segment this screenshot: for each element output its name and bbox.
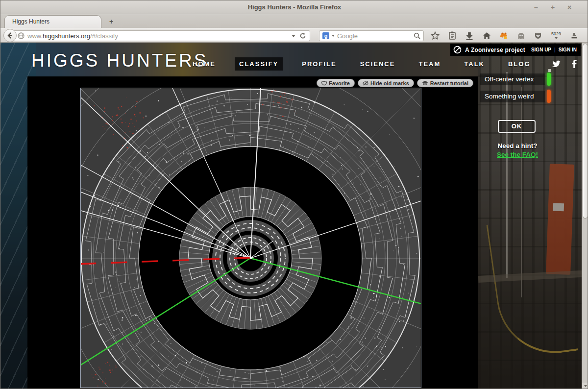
home-icon[interactable] [481,30,492,41]
search-icon[interactable] [414,32,420,39]
back-arrow-icon [6,32,14,39]
tool-something-weird[interactable]: Something weird [480,90,551,103]
page-scrollbar[interactable] [582,43,588,389]
classifier-panel: Favorite Hide old marks Restart tutorial [27,76,478,389]
nav-home[interactable]: HOME [188,57,220,71]
scrollbar-down-button[interactable] [582,383,588,389]
tool-something-weird-label: Something weird [480,91,545,102]
globe-icon [18,32,24,39]
url-prefix: www. [27,32,43,40]
window-title: Higgs Hunters - Mozilla Firefox [0,3,588,11]
nav-profile[interactable]: PROFILE [297,57,341,71]
url-bar[interactable]: www.higgshunters.org/#/classify [10,30,310,41]
downloads-icon[interactable] [464,30,475,41]
navigation-toolbar: www.higgshunters.org/#/classify g Google [0,28,588,43]
faq-link[interactable]: See the FAQ! [497,151,538,158]
nav-classify[interactable]: CLASSIFY [235,57,283,71]
url-path: /#/classify [90,32,118,40]
restart-tutorial-label: Restart tutorial [430,80,468,86]
hide-old-marks-label: Hide old marks [370,80,409,86]
search-engine-icon: g [322,32,329,39]
vertex-dot [250,257,252,259]
bookmark-star-icon[interactable] [430,30,441,41]
url-domain: higgshunters.org [43,32,90,40]
site-logo[interactable]: HIGGS HUNTERS [31,50,208,71]
hide-old-marks-button[interactable]: Hide old marks [358,79,414,87]
ghostery-icon[interactable] [515,30,526,41]
session-counter-value: 5029 [551,31,561,36]
extension-fox-icon[interactable] [498,30,509,41]
search-bar[interactable]: g Google [319,30,424,41]
reload-icon[interactable] [299,32,306,39]
event-display[interactable] [80,88,421,388]
zooniverse-logo-icon [453,46,462,54]
tab-higgs-hunters[interactable]: Higgs Hunters [4,15,101,28]
close-button[interactable]: × [565,3,574,12]
minimize-button[interactable]: – [532,3,540,12]
window-titlebar: Higgs Hunters - Mozilla Firefox – + × [0,0,588,14]
eye-slash-icon [363,81,368,86]
tool-off-center-vertex-slider[interactable] [547,73,551,86]
screenshot-root: { "window": { "title": "Higgs Hunters - … [0,0,588,389]
search-engine-dropdown-icon[interactable] [332,35,335,37]
slider-tick [548,69,551,72]
classifier-actions: Favorite Hide old marks Restart tutorial [317,79,473,87]
restart-tutorial-button[interactable]: Restart tutorial [417,79,473,87]
nav-science[interactable]: SCIENCE [356,57,400,71]
scrollbar-down-icon [584,385,587,387]
marking-tools: Off-center vertex Something weird OK Nee… [478,43,582,389]
new-tab-button[interactable]: + [105,17,117,26]
tool-off-center-vertex-label: Off-center vertex [480,73,545,85]
back-button[interactable] [3,29,17,42]
page-viewport: A Zooniverse project SIGN UP | SIGN IN H… [0,43,588,389]
session-counter-dropdown-icon [555,37,558,39]
bookmarks-menu-icon[interactable] [447,30,458,41]
tab-bar: Higgs Hunters + [0,14,588,28]
menu-hamburger-icon[interactable] [586,30,588,41]
favorite-button[interactable]: Favorite [317,79,355,87]
nav-team[interactable]: TEAM [414,57,445,71]
hint-question: Need a hint? [478,142,557,149]
detector-event-svg [81,88,421,388]
session-counter-badge[interactable]: 5029 [550,32,563,40]
favorite-label: Favorite [329,80,350,86]
tool-something-weird-slider[interactable] [547,90,551,103]
urlbar-dropdown-icon[interactable] [292,35,295,37]
scrollbar-handle[interactable] [583,44,588,219]
heart-icon [321,81,327,86]
ok-button[interactable]: OK [498,120,536,133]
pocket-shield-icon[interactable] [533,30,543,41]
maximize-button[interactable]: + [548,3,557,12]
graduation-cap-icon [422,81,428,86]
search-placeholder: Google [337,32,411,40]
stamp-tool-icon[interactable] [569,30,580,41]
tool-off-center-vertex[interactable]: Off-center vertex [480,73,551,86]
